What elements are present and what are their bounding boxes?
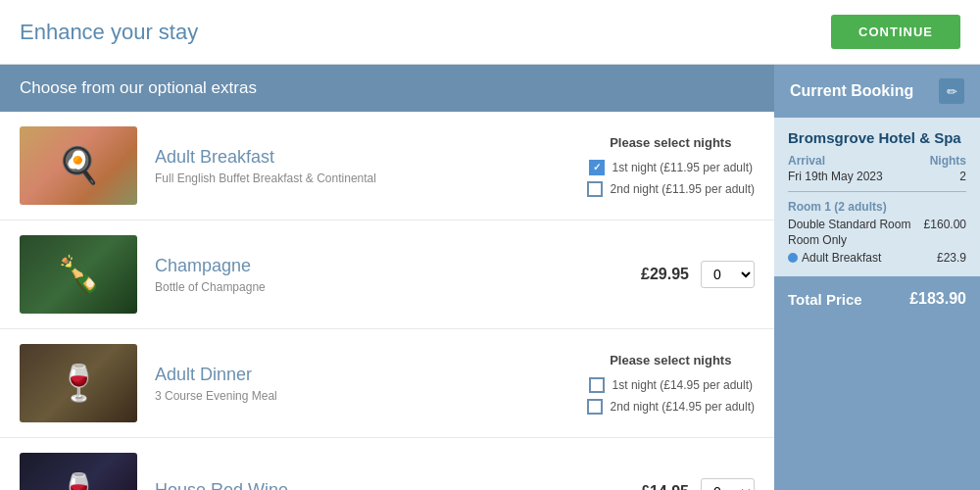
dinner-night2[interactable]: 2nd night (£14.95 per adult): [587, 399, 755, 415]
breakfast-summary-line: Adult Breakfast £23.9: [788, 251, 966, 265]
wine-image: [20, 453, 137, 490]
booking-panel: Current Booking ✏ Bromsgrove Hotel & Spa…: [774, 65, 980, 490]
breakfast-night1[interactable]: 1st night (£11.95 per adult): [589, 160, 753, 175]
total-label: Total Price: [788, 291, 862, 308]
room-option: Room Only: [788, 233, 847, 247]
room-type-line: Double Standard Room £160.00: [788, 218, 966, 231]
dinner-image: [20, 344, 137, 422]
booking-panel-title: Current Booking: [790, 82, 913, 100]
room-price: £160.00: [924, 218, 966, 231]
total-section: Total Price £183.90: [774, 276, 980, 321]
champagne-description: Bottle of Champagne: [155, 280, 623, 294]
champagne-title: Champagne: [155, 256, 623, 276]
wine-price: £14.95: [641, 483, 689, 490]
edit-booking-button[interactable]: ✏: [939, 78, 964, 104]
list-item: Adult Dinner 3 Course Evening Meal Pleas…: [0, 329, 774, 438]
breakfast-summary-label: Adult Breakfast: [802, 251, 881, 265]
champagne-qty-select[interactable]: 0 1 2 3: [701, 261, 755, 288]
nights-col-label: Nights: [930, 154, 966, 168]
section-heading: Choose from our optional extras: [0, 65, 774, 112]
dinner-info: Adult Dinner 3 Course Evening Meal: [137, 365, 587, 403]
breakfast-dot-icon: [788, 253, 798, 263]
wine-title: House Red Wine: [155, 480, 623, 491]
breakfast-description: Full English Buffet Breakfast & Continen…: [155, 172, 569, 185]
main-layout: Choose from our optional extras Adult Br…: [0, 65, 980, 490]
list-item: Adult Breakfast Full English Buffet Brea…: [0, 112, 774, 220]
room-option-line: Room Only: [788, 233, 966, 247]
total-price: £183.90: [909, 290, 966, 308]
page-title: Enhance your stay: [20, 20, 198, 45]
booking-header: Current Booking ✏: [774, 65, 980, 118]
dinner-title: Adult Dinner: [155, 365, 569, 385]
hotel-name: Bromsgrove Hotel & Spa: [788, 129, 966, 146]
room-label: Room 1 (2 adults): [788, 200, 966, 214]
breakfast-night2[interactable]: 2nd night (£11.95 per adult): [587, 181, 755, 197]
wine-qty-section: £14.95 0 1 2 3: [641, 478, 755, 490]
nights-label: Please select nights: [610, 135, 731, 150]
breakfast-nights-selector: Please select nights 1st night (£11.95 p…: [587, 135, 755, 197]
champagne-image: [20, 235, 137, 314]
breakfast-info: Adult Breakfast Full English Buffet Brea…: [137, 147, 587, 185]
continue-button[interactable]: CONTINUE: [831, 15, 960, 49]
arrival-value: Fri 19th May 2023: [788, 170, 883, 183]
extras-panel: Choose from our optional extras Adult Br…: [0, 65, 774, 490]
dinner-night2-checkbox[interactable]: [587, 399, 603, 415]
breakfast-image: [20, 126, 137, 205]
room-type: Double Standard Room: [788, 218, 910, 231]
dinner-night1[interactable]: 1st night (£14.95 per adult): [589, 377, 753, 393]
wine-qty-select[interactable]: 0 1 2 3: [701, 478, 755, 490]
page-header: Enhance your stay CONTINUE: [0, 0, 980, 65]
arrival-label: Arrival: [788, 154, 825, 168]
dinner-nights-label: Please select nights: [610, 353, 731, 368]
wine-info: House Red Wine: [137, 480, 641, 491]
breakfast-title: Adult Breakfast: [155, 147, 569, 168]
booking-divider: [788, 191, 966, 192]
breakfast-night2-checkbox[interactable]: [587, 181, 603, 197]
dinner-night1-checkbox[interactable]: [589, 377, 605, 393]
nights-value: 2: [959, 170, 966, 183]
arrival-row: Arrival Nights: [788, 154, 966, 168]
arrival-value-row: Fri 19th May 2023 2: [788, 170, 966, 183]
champagne-info: Champagne Bottle of Champagne: [137, 256, 641, 294]
breakfast-night1-checkbox[interactable]: [589, 160, 605, 175]
breakfast-summary-price: £23.9: [937, 251, 966, 265]
champagne-price: £29.95: [641, 266, 689, 283]
dinner-description: 3 Course Evening Meal: [155, 389, 569, 403]
champagne-qty-section: £29.95 0 1 2 3: [641, 261, 755, 288]
booking-body: Bromsgrove Hotel & Spa Arrival Nights Fr…: [774, 118, 980, 276]
list-item: Champagne Bottle of Champagne £29.95 0 1…: [0, 220, 774, 329]
list-item: House Red Wine £14.95 0 1 2 3: [0, 438, 774, 490]
dinner-nights-selector: Please select nights 1st night (£14.95 p…: [587, 353, 755, 415]
